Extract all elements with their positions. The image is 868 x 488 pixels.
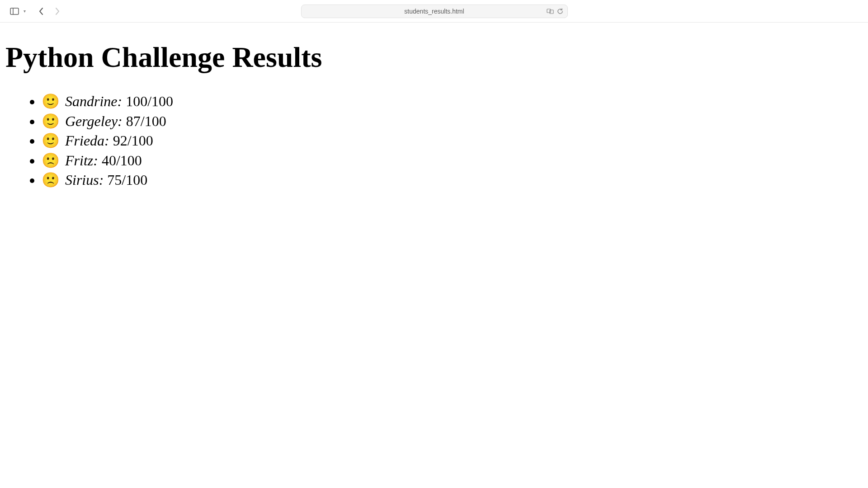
student-score: 92/100	[113, 132, 153, 149]
student-name: Fritz:	[65, 152, 98, 169]
student-score: 75/100	[107, 172, 147, 188]
student-name: Frieda:	[65, 132, 109, 149]
page-content: Python Challenge Results 🙂 Sandrine: 100…	[0, 23, 868, 196]
result-emoji: 🙁	[42, 172, 60, 188]
address-bar[interactable]: students_results.html	[301, 5, 568, 18]
forward-button	[51, 5, 64, 18]
address-bar-container: students_results.html	[67, 5, 801, 18]
translate-icon[interactable]	[547, 8, 554, 15]
result-emoji: 🙂	[42, 132, 60, 149]
student-score: 100/100	[126, 93, 173, 109]
sidebar-icon	[10, 8, 19, 15]
chevron-right-icon	[55, 7, 60, 15]
svg-rect-3	[550, 10, 553, 14]
student-name: Sirius:	[65, 172, 104, 188]
page-title: Python Challenge Results	[5, 41, 863, 74]
student-name: Gergeley:	[65, 113, 123, 129]
chevron-left-icon	[38, 7, 44, 15]
student-name: Sandrine:	[65, 93, 122, 109]
result-emoji: 🙂	[42, 113, 60, 129]
result-emoji: 🙁	[42, 152, 60, 169]
list-item: 🙂 Gergeley: 87/100	[42, 112, 863, 131]
svg-rect-2	[547, 9, 551, 13]
list-item: 🙂 Frieda: 92/100	[42, 131, 863, 150]
results-list: 🙂 Sandrine: 100/100 🙂 Gergeley: 87/100 🙂…	[5, 92, 863, 190]
reload-button[interactable]	[557, 8, 564, 15]
browser-toolbar: ▾ students_results.html	[0, 0, 868, 23]
result-emoji: 🙂	[42, 93, 60, 109]
list-item: 🙁 Sirius: 75/100	[42, 171, 863, 190]
address-bar-icons	[547, 8, 564, 15]
list-item: 🙂 Sandrine: 100/100	[42, 92, 863, 111]
chevron-down-icon[interactable]: ▾	[24, 9, 26, 14]
student-score: 87/100	[126, 113, 166, 129]
sidebar-toggle-button[interactable]	[9, 7, 20, 16]
svg-rect-0	[10, 8, 19, 14]
student-score: 40/100	[102, 152, 142, 169]
back-button[interactable]	[35, 5, 47, 18]
address-bar-url: students_results.html	[404, 8, 464, 15]
list-item: 🙁 Fritz: 40/100	[42, 151, 863, 170]
